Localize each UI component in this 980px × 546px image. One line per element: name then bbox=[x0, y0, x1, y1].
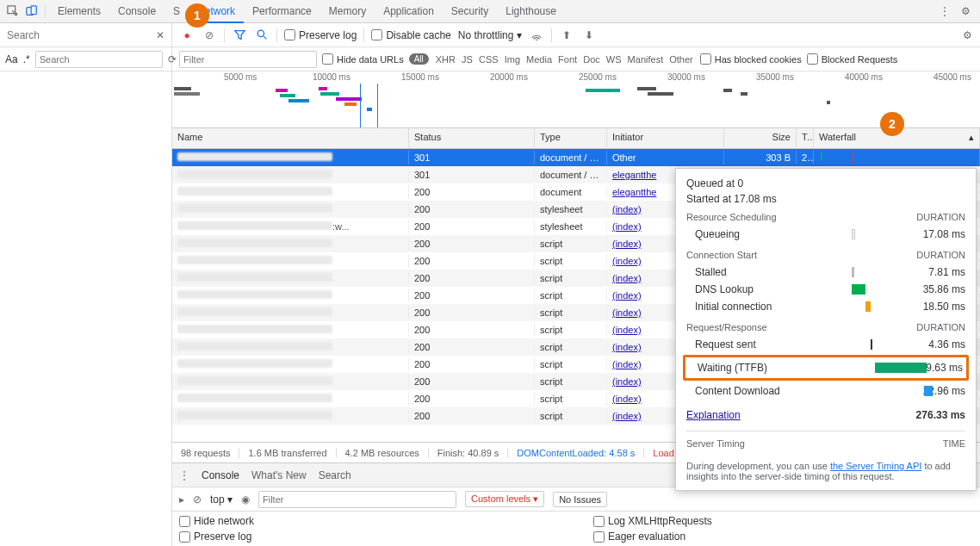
throttling-select[interactable]: No throttling ▾ bbox=[458, 29, 522, 41]
filter-type-ws[interactable]: WS bbox=[605, 54, 623, 65]
tick-label: 20000 ms bbox=[490, 72, 528, 82]
tab-memory[interactable]: Memory bbox=[320, 0, 375, 23]
filter-bar: Hide data URLs All XHR JS CSS Img Media … bbox=[172, 47, 980, 71]
device-toggle-icon[interactable] bbox=[22, 2, 41, 21]
finish-time: Finish: 40.89 s bbox=[429, 448, 509, 458]
search-input[interactable] bbox=[7, 29, 156, 41]
col-status[interactable]: Status bbox=[409, 128, 535, 148]
total-time: 276.33 ms bbox=[882, 409, 965, 421]
clear-search-icon[interactable]: ✕ bbox=[156, 29, 164, 41]
tick-label: 40000 ms bbox=[845, 72, 883, 82]
case-sensitive-toggle[interactable]: Aa bbox=[5, 53, 18, 65]
separator bbox=[363, 28, 364, 42]
tab-console[interactable]: Console bbox=[109, 0, 164, 23]
ttfb-highlight: Waiting (TTFB)169.63 ms bbox=[683, 355, 969, 381]
tab-application[interactable]: Application bbox=[375, 0, 443, 23]
filter-type-manifest[interactable]: Manifest bbox=[626, 54, 666, 65]
drawer-tab-console[interactable]: Console bbox=[202, 469, 239, 481]
filter-icon[interactable] bbox=[232, 28, 247, 43]
export-har-icon[interactable]: ⬇ bbox=[581, 28, 597, 43]
filter-type-img[interactable]: Img bbox=[503, 54, 522, 65]
eager-eval-checkbox[interactable]: Eager evaluation bbox=[593, 530, 973, 543]
filter-type-doc[interactable]: Doc bbox=[581, 54, 602, 65]
console-filter-input[interactable] bbox=[258, 491, 456, 508]
network-toolbar: ● ⊘ Preserve log Disable cache No thrott… bbox=[172, 23, 980, 47]
preserve-log-checkbox[interactable]: Preserve log bbox=[284, 29, 357, 41]
drawer-menu-icon[interactable]: ⋮ bbox=[179, 469, 189, 481]
filter-type-media[interactable]: Media bbox=[524, 54, 554, 65]
filter-type-js[interactable]: JS bbox=[460, 54, 474, 65]
log-xhr-checkbox[interactable]: Log XMLHttpRequests bbox=[593, 515, 973, 527]
tick-label: 30000 ms bbox=[667, 72, 705, 82]
dcl-time: DOMContentLoaded: 4.58 s bbox=[508, 448, 644, 458]
table-row[interactable]: 301document / R...Other303 B2... bbox=[172, 149, 980, 166]
col-size[interactable]: Size bbox=[724, 128, 797, 148]
issues-button[interactable]: No Issues bbox=[553, 492, 607, 507]
transferred-size: 1.6 MB transferred bbox=[239, 448, 336, 458]
row-dns: DNS Lookup35.86 ms bbox=[686, 281, 965, 298]
filter-all-pill[interactable]: All bbox=[409, 53, 429, 65]
section-scheduling: Resource Scheduling bbox=[686, 212, 777, 222]
log-levels-select[interactable]: Custom levels ▾ bbox=[465, 491, 544, 507]
row-explanation: Explanation 276.33 ms bbox=[686, 406, 965, 424]
filter-type-xhr[interactable]: XHR bbox=[434, 54, 457, 65]
console-sidebar-icon[interactable]: ▸ bbox=[179, 493, 184, 506]
tick-label: 10000 ms bbox=[313, 72, 350, 82]
network-settings-icon[interactable]: ⚙ bbox=[959, 28, 975, 43]
drawer-tab-search[interactable]: Search bbox=[319, 469, 351, 481]
devtools-main-tabs: ElementsConsoleSNetworkPerformanceMemory… bbox=[0, 0, 980, 23]
col-type[interactable]: Type bbox=[535, 128, 607, 148]
svg-rect-2 bbox=[31, 6, 36, 15]
console-clear-icon[interactable]: ⊘ bbox=[193, 493, 202, 506]
table-header: Name Status Type Initiator Size T... Wat… bbox=[172, 128, 980, 149]
tab-lighthouse[interactable]: Lighthouse bbox=[497, 0, 565, 23]
row-queueing: Queueing17.08 ms bbox=[686, 226, 965, 243]
blocked-cookies-checkbox[interactable]: Has blocked cookies bbox=[700, 53, 802, 65]
col-name[interactable]: Name bbox=[172, 128, 409, 148]
clear-icon[interactable]: ⊘ bbox=[202, 28, 217, 43]
section-connection: Connection Start bbox=[686, 250, 757, 260]
record-icon[interactable]: ● bbox=[179, 28, 195, 43]
blocked-requests-checkbox[interactable]: Blocked Requests bbox=[807, 53, 898, 65]
tab-security[interactable]: Security bbox=[443, 0, 497, 23]
tab-performance[interactable]: Performance bbox=[244, 0, 320, 23]
hide-data-urls-label: Hide data URLs bbox=[337, 54, 404, 65]
drawer-preserve-log-checkbox[interactable]: Preserve log bbox=[179, 530, 559, 543]
import-har-icon[interactable]: ⬆ bbox=[559, 28, 574, 43]
duration-header: DURATION bbox=[916, 212, 965, 222]
regex-toggle[interactable]: .* bbox=[23, 53, 30, 65]
section-request: Request/Response bbox=[686, 322, 767, 332]
hide-network-checkbox[interactable]: Hide network bbox=[179, 515, 559, 527]
tick-label: 15000 ms bbox=[401, 72, 439, 82]
inspect-icon[interactable] bbox=[3, 2, 22, 21]
search-query-input[interactable] bbox=[35, 51, 163, 68]
disable-cache-checkbox[interactable]: Disable cache bbox=[371, 29, 450, 41]
network-conditions-icon[interactable] bbox=[529, 28, 544, 43]
filter-type-other[interactable]: Other bbox=[667, 54, 695, 65]
close-icon[interactable] bbox=[913, 2, 932, 21]
settings-gear-icon[interactable]: ⚙ bbox=[956, 2, 975, 21]
preserve-log-label: Preserve log bbox=[299, 29, 357, 41]
drawer-tab-whatsnew[interactable]: What's New bbox=[251, 469, 307, 481]
console-live-icon[interactable]: ◉ bbox=[241, 493, 250, 506]
separator bbox=[551, 28, 552, 42]
resource-size: 4.2 MB resources bbox=[337, 448, 429, 458]
search-icon[interactable] bbox=[254, 28, 270, 43]
hide-data-urls-checkbox[interactable]: Hide data URLs bbox=[322, 53, 404, 65]
timeline-overview[interactable]: 5000 ms10000 ms15000 ms20000 ms25000 ms3… bbox=[172, 71, 980, 128]
request-count: 98 requests bbox=[172, 448, 239, 458]
svg-point-3 bbox=[257, 30, 264, 36]
separator bbox=[276, 28, 277, 42]
col-time[interactable]: T... bbox=[797, 128, 814, 148]
separator bbox=[45, 4, 46, 18]
more-menu-icon[interactable]: ⋮ bbox=[935, 2, 954, 21]
filter-type-font[interactable]: Font bbox=[556, 54, 579, 65]
server-timing-api-link[interactable]: the Server Timing API bbox=[830, 461, 921, 471]
row-initconn: Initial connection18.50 ms bbox=[686, 298, 965, 315]
col-initiator[interactable]: Initiator bbox=[607, 128, 724, 148]
explanation-link[interactable]: Explanation bbox=[686, 409, 798, 421]
filter-input[interactable] bbox=[179, 51, 317, 68]
console-context-select[interactable]: top ▾ bbox=[210, 493, 233, 506]
filter-type-css[interactable]: CSS bbox=[477, 54, 500, 65]
tab-elements[interactable]: Elements bbox=[49, 0, 109, 23]
